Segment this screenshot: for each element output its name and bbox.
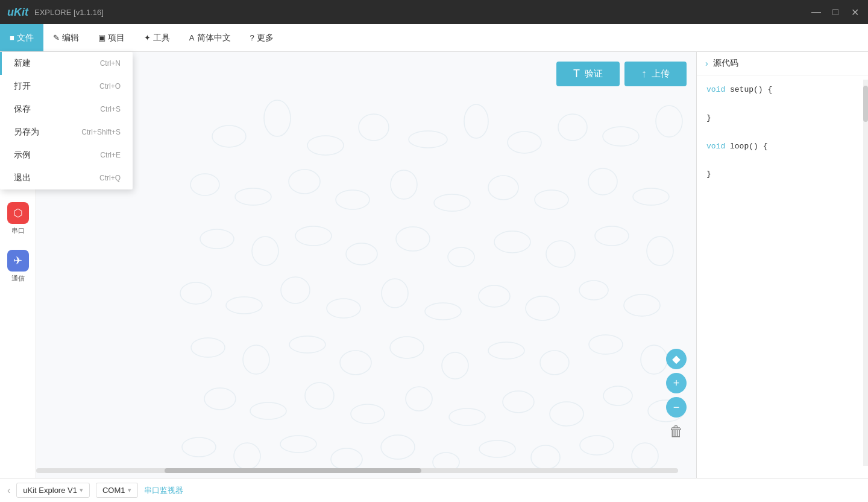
- svg-point-30: [180, 282, 212, 304]
- svg-point-27: [546, 241, 575, 267]
- menu-save[interactable]: 保存 Ctrl+S: [0, 98, 133, 121]
- svg-point-38: [579, 281, 608, 300]
- menu-examples[interactable]: 示例 Ctrl+E: [0, 144, 133, 167]
- menu-open[interactable]: 打开 Ctrl+O: [0, 75, 133, 98]
- svg-point-23: [346, 243, 377, 265]
- zoom-out-button[interactable]: −: [666, 397, 687, 418]
- file-icon: ■: [10, 33, 14, 42]
- maximize-button[interactable]: □: [829, 7, 841, 18]
- svg-point-32: [281, 277, 310, 303]
- menu-tools-label: 工具: [153, 33, 170, 43]
- svg-point-40: [191, 338, 225, 357]
- minimize-button[interactable]: —: [810, 7, 822, 18]
- code-editor[interactable]: void setup() { } void loop() { }: [697, 75, 868, 478]
- right-panel-scrollbar-thumb[interactable]: [863, 86, 868, 122]
- menu-save-shortcut: Ctrl+S: [100, 105, 121, 113]
- svg-point-36: [479, 285, 510, 307]
- svg-point-28: [595, 226, 629, 246]
- svg-point-42: [289, 336, 326, 353]
- menu-new[interactable]: 新建 Ctrl+N: [0, 52, 133, 75]
- svg-point-15: [434, 194, 470, 211]
- close-button[interactable]: ✕: [849, 7, 861, 18]
- port-name: COM1: [102, 486, 125, 495]
- menu-project-label: 项目: [108, 33, 125, 43]
- menu-project[interactable]: ▣ 项目: [89, 24, 134, 51]
- svg-point-58: [603, 386, 632, 405]
- trash-icon: 🗑: [669, 423, 684, 440]
- status-chevron-icon[interactable]: ‹: [7, 485, 10, 496]
- code-line-1: void setup() {: [706, 83, 858, 97]
- svg-point-57: [550, 402, 583, 426]
- title-bar: uKit EXPLORE [v1.1.16] — □ ✕: [0, 0, 868, 24]
- svg-point-34: [382, 279, 408, 308]
- svg-point-69: [632, 443, 658, 469]
- menu-exit[interactable]: 退出 Ctrl+Q: [0, 167, 133, 189]
- menu-file[interactable]: ■ 文件: [0, 24, 43, 51]
- svg-point-35: [425, 303, 461, 320]
- sidebar-item-comm[interactable]: ✈ 通信: [0, 243, 36, 290]
- svg-point-54: [406, 387, 432, 411]
- menu-examples-label: 示例: [14, 150, 31, 160]
- svg-point-3: [359, 114, 389, 141]
- port-selector[interactable]: COM1 ▾: [96, 483, 138, 498]
- menu-bar: ■ 文件 ✎ 编辑 ▣ 项目 ✦ 工具 A 简体中文 ? 更多 新建 Ctrl+…: [0, 24, 868, 52]
- svg-point-63: [331, 448, 362, 470]
- zoom-in-button[interactable]: +: [666, 373, 687, 393]
- svg-point-31: [226, 297, 262, 314]
- menu-exit-label: 退出: [14, 173, 31, 183]
- sidebar-item-serial[interactable]: ⬡ 串口: [0, 195, 36, 243]
- svg-point-14: [391, 170, 417, 199]
- board-selector[interactable]: uKit Explore V1 ▾: [16, 483, 90, 498]
- menu-lang[interactable]: A 简体中文: [180, 24, 241, 51]
- menu-exit-shortcut: Ctrl+Q: [99, 174, 121, 182]
- svg-point-12: [289, 170, 320, 194]
- svg-point-21: [252, 237, 278, 265]
- serial-monitor-link[interactable]: 串口监视器: [144, 485, 183, 496]
- menu-edit-label: 编辑: [62, 33, 79, 43]
- canvas-scrollbar[interactable]: [36, 468, 678, 473]
- edit-icon: ✎: [53, 33, 60, 42]
- more-icon: ?: [250, 33, 254, 42]
- canvas-scrollbar-thumb[interactable]: [165, 468, 421, 473]
- verify-button[interactable]: T 验证: [556, 62, 620, 86]
- svg-point-56: [503, 391, 534, 413]
- svg-point-52: [305, 383, 334, 409]
- svg-point-29: [647, 237, 673, 265]
- svg-point-0: [212, 126, 246, 147]
- svg-point-53: [351, 404, 385, 424]
- svg-point-20: [200, 229, 234, 249]
- code-line-7: }: [706, 167, 858, 181]
- svg-point-16: [488, 176, 518, 200]
- menu-more[interactable]: ? 更多: [241, 24, 283, 51]
- delete-button[interactable]: 🗑: [666, 421, 687, 442]
- svg-point-50: [204, 388, 236, 410]
- svg-point-67: [531, 445, 560, 469]
- status-bar: ‹ uKit Explore V1 ▾ COM1 ▾ 串口监视器: [0, 478, 868, 502]
- menu-tools[interactable]: ✦ 工具: [134, 24, 180, 51]
- svg-point-6: [508, 132, 541, 153]
- svg-point-19: [633, 188, 669, 205]
- menu-saveas[interactable]: 另存为 Ctrl+Shift+S: [0, 121, 133, 144]
- canvas-toolbar: T 验证 ↑ 上传: [556, 62, 687, 86]
- upload-button[interactable]: ↑ 上传: [624, 62, 687, 86]
- tools-icon: ✦: [144, 33, 151, 42]
- serial-label: 串口: [11, 226, 25, 235]
- svg-point-37: [526, 296, 559, 320]
- right-panel-scrollbar[interactable]: [863, 80, 868, 466]
- svg-point-4: [409, 131, 447, 148]
- menu-edit[interactable]: ✎ 编辑: [43, 24, 89, 51]
- keyword-void-1: void: [706, 85, 725, 94]
- svg-point-26: [494, 231, 530, 253]
- code-line-3: }: [706, 111, 858, 125]
- board-dropdown-arrow: ▾: [80, 486, 83, 494]
- verify-icon: T: [573, 68, 580, 80]
- svg-point-48: [589, 335, 623, 354]
- svg-point-41: [243, 345, 269, 374]
- source-code-header[interactable]: › 源代码: [697, 52, 868, 75]
- upload-label: 上传: [652, 68, 670, 80]
- board-name: uKit Explore V1: [23, 486, 77, 495]
- code-line-4: [706, 125, 858, 139]
- center-button[interactable]: ◆: [666, 349, 687, 369]
- menu-saveas-shortcut: Ctrl+Shift+S: [81, 128, 121, 136]
- canvas-area[interactable]: T 验证 ↑ 上传 ◆ + − 🗑: [36, 52, 696, 478]
